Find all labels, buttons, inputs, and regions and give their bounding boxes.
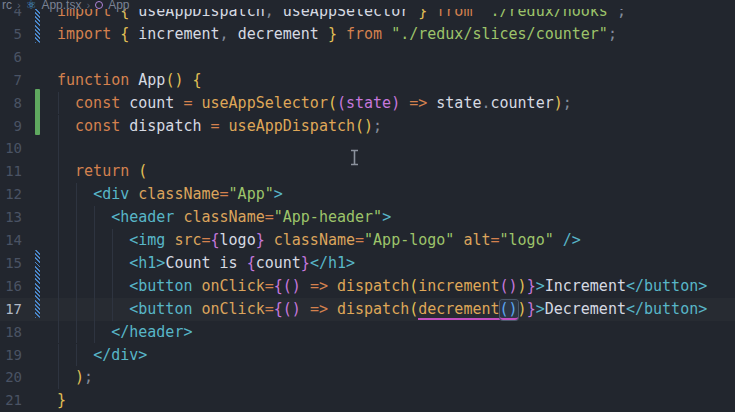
code-token: )	[554, 94, 563, 112]
code-line[interactable]: 5import { increment, decrement } from ".…	[0, 23, 735, 46]
code-token: )	[75, 368, 84, 386]
code-token	[301, 277, 310, 295]
breadcrumb-folder[interactable]: rc	[2, 0, 12, 12]
code-token: "logo"	[500, 231, 554, 249]
code-text: <img src={logo} className="App-logo" alt…	[57, 229, 581, 252]
line-number[interactable]: 13	[0, 206, 22, 229]
breadcrumb-symbol[interactable]: App	[108, 0, 129, 12]
code-token: src	[174, 231, 201, 249]
code-token	[57, 162, 75, 180]
git-modified-indicator	[35, 250, 40, 319]
line-number[interactable]: 5	[0, 23, 22, 46]
code-text: <button onClick={() => dispatch(decremen…	[57, 298, 707, 321]
code-token: (	[138, 162, 147, 180]
code-token	[265, 231, 274, 249]
line-number[interactable]: 8	[0, 92, 22, 115]
code-token: Decrement	[545, 300, 626, 318]
code-token: dispatch	[337, 300, 409, 318]
code-text: </div>	[57, 344, 147, 367]
code-token: <div	[93, 185, 129, 203]
code-token	[427, 94, 436, 112]
code-line[interactable]: 17 <button onClick={() => dispatch(decre…	[0, 298, 735, 321]
code-token: {	[192, 71, 201, 89]
code-token: ;	[608, 25, 617, 43]
indent-guide	[58, 137, 59, 160]
code-token: ()	[283, 300, 301, 318]
code-line[interactable]: 19 </div>	[0, 344, 735, 367]
code-token: count	[129, 94, 174, 112]
code-token	[400, 94, 409, 112]
code-line[interactable]: 16 <button onClick={() => dispatch(incre…	[0, 275, 735, 298]
line-number[interactable]: 9	[0, 115, 22, 138]
code-text: </header>	[57, 321, 192, 344]
code-token: import	[57, 25, 111, 43]
code-text: function App() {	[57, 69, 202, 92]
code-token: </div>	[93, 346, 147, 364]
code-token	[382, 25, 391, 43]
line-number[interactable]: 19	[0, 344, 22, 367]
code-line[interactable]: 20 );	[0, 366, 735, 389]
code-token	[111, 25, 120, 43]
code-token: increment	[138, 25, 219, 43]
line-number[interactable]: 18	[0, 321, 22, 344]
code-token: </h1>	[310, 254, 355, 272]
breadcrumb-file[interactable]: App.tsx	[41, 0, 81, 12]
code-token: useAppDispatch	[229, 117, 355, 135]
code-line[interactable]: 12 <div className="App">	[0, 183, 735, 206]
code-line[interactable]: 21}	[0, 389, 735, 412]
code-line[interactable]: 6	[0, 46, 735, 69]
line-number[interactable]: 16	[0, 275, 22, 298]
code-token	[301, 300, 310, 318]
code-token	[129, 185, 138, 203]
line-number[interactable]: 17	[0, 298, 22, 321]
code-token	[192, 94, 201, 112]
code-token: <button	[129, 277, 192, 295]
code-text: <h1>Count is {count}</h1>	[57, 252, 355, 275]
line-number[interactable]: 11	[0, 160, 22, 183]
code-token: <h1>	[129, 254, 165, 272]
code-token: }	[57, 391, 66, 409]
code-token: (	[409, 300, 418, 318]
code-token	[57, 185, 93, 203]
line-number[interactable]: 12	[0, 183, 22, 206]
editor-area[interactable]: 4import { useAppDispatch, useAppSelector…	[0, 0, 735, 412]
line-number[interactable]: 6	[0, 46, 22, 69]
code-token: logo	[220, 231, 256, 249]
code-token: )	[391, 94, 400, 112]
code-line[interactable]: 10	[0, 137, 735, 160]
code-token	[57, 368, 75, 386]
code-token: {	[274, 300, 283, 318]
code-token: className	[138, 185, 219, 203]
code-line[interactable]: 9 const dispatch = useAppDispatch();	[0, 115, 735, 138]
code-token: ;	[563, 94, 572, 112]
line-number[interactable]: 7	[0, 69, 22, 92]
line-number[interactable]: 20	[0, 366, 22, 389]
code-line[interactable]: 14 <img src={logo} className="App-logo" …	[0, 229, 735, 252]
line-number[interactable]: 10	[0, 137, 22, 160]
code-token	[220, 117, 229, 135]
code-line[interactable]: 7function App() {	[0, 69, 735, 92]
git-added-indicator	[35, 89, 40, 135]
code-token: </header>	[111, 323, 192, 341]
code-token	[57, 346, 93, 364]
code-token: {	[120, 25, 129, 43]
code-token	[57, 231, 129, 249]
code-token	[57, 208, 111, 226]
code-line[interactable]: 13 <header className="App-header">	[0, 206, 735, 229]
code-token	[129, 71, 138, 89]
code-token: "./redux/slices/counter"	[391, 25, 608, 43]
code-line[interactable]: 18 </header>	[0, 321, 735, 344]
code-token: const	[75, 117, 120, 135]
line-number[interactable]: 15	[0, 252, 22, 275]
code-token: >	[274, 185, 283, 203]
code-line[interactable]: 11 return (	[0, 160, 735, 183]
code-token: className	[274, 231, 355, 249]
line-number[interactable]: 21	[0, 389, 22, 412]
code-line[interactable]: 8 const count = useAppSelector((state) =…	[0, 92, 735, 115]
code-token	[202, 117, 211, 135]
code-token: function	[57, 71, 129, 89]
line-number[interactable]: 14	[0, 229, 22, 252]
code-line[interactable]: 15 <h1>Count is {count}</h1>	[0, 252, 735, 275]
code-token: App	[138, 71, 165, 89]
code-token: </button>	[626, 300, 707, 318]
